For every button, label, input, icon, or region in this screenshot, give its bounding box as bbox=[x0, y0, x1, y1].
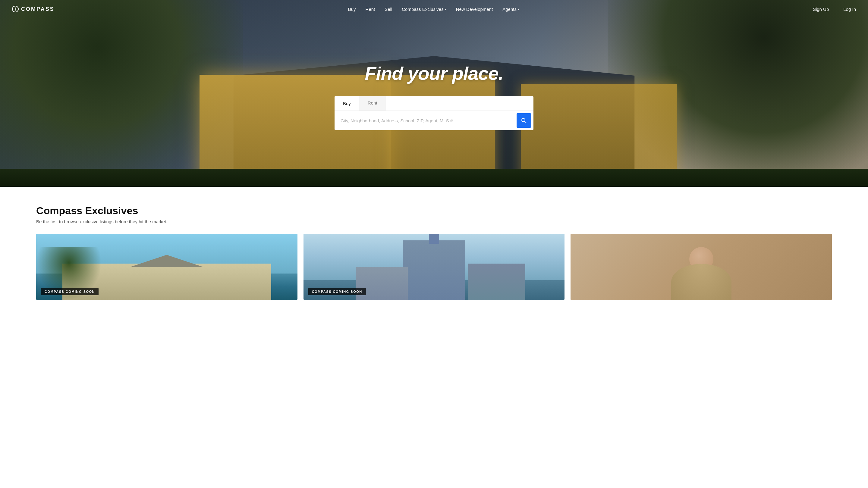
nav-agents[interactable]: Agents ▾ bbox=[502, 7, 519, 12]
logo-text: COMPASS bbox=[21, 6, 55, 12]
card-person-body bbox=[671, 264, 732, 300]
card-badge-2: COMPASS COMING SOON bbox=[308, 288, 366, 295]
listing-card[interactable]: COMPASS COMING SOON bbox=[304, 234, 565, 300]
search-input[interactable] bbox=[341, 118, 517, 123]
nav-links: Buy Rent Sell Compass Exclusives ▾ New D… bbox=[348, 7, 519, 12]
nav-sell[interactable]: Sell bbox=[384, 7, 392, 12]
signup-link[interactable]: Sign Up bbox=[813, 7, 829, 12]
svg-point-0 bbox=[15, 8, 16, 10]
card-building-3 bbox=[468, 264, 526, 300]
search-container: Buy Rent bbox=[335, 96, 533, 130]
search-button[interactable] bbox=[517, 113, 531, 128]
listing-cards-row: COMPASS COMING SOON COMPASS COMING SOON bbox=[36, 234, 832, 300]
search-tabs: Buy Rent bbox=[335, 96, 533, 111]
nav-exclusives[interactable]: Compass Exclusives ▾ bbox=[402, 7, 446, 12]
exclusives-title: Compass Exclusives bbox=[36, 205, 832, 217]
nav-buy[interactable]: Buy bbox=[348, 7, 356, 12]
card-tower-top bbox=[429, 234, 439, 244]
tab-rent[interactable]: Rent bbox=[359, 96, 386, 110]
search-icon bbox=[521, 118, 527, 124]
chevron-down-icon: ▾ bbox=[445, 7, 446, 11]
exclusives-section: Compass Exclusives Be the first to brows… bbox=[0, 187, 868, 312]
tab-buy[interactable]: Buy bbox=[335, 96, 359, 110]
navigation: COMPASS Buy Rent Sell Compass Exclusives… bbox=[0, 0, 868, 18]
login-link[interactable]: Log In bbox=[843, 7, 856, 12]
card-roof bbox=[130, 255, 203, 267]
listing-card[interactable] bbox=[570, 234, 832, 300]
exclusives-subtitle: Be the first to browse exclusive listing… bbox=[36, 219, 832, 224]
nav-auth: Sign Up Log In bbox=[813, 7, 856, 12]
card-badge-1: COMPASS COMING SOON bbox=[41, 288, 98, 295]
listing-card[interactable]: COMPASS COMING SOON bbox=[36, 234, 298, 300]
hero-section: Find your place. Buy Rent bbox=[0, 0, 868, 187]
nav-new-development[interactable]: New Development bbox=[456, 7, 493, 12]
logo[interactable]: COMPASS bbox=[12, 6, 55, 12]
logo-symbol bbox=[12, 6, 19, 12]
hero-content: Find your place. Buy Rent bbox=[0, 0, 868, 187]
chevron-down-icon: ▾ bbox=[518, 7, 519, 11]
card-tower bbox=[403, 240, 465, 300]
svg-line-6 bbox=[525, 121, 526, 123]
hero-title: Find your place. bbox=[365, 63, 503, 84]
nav-rent[interactable]: Rent bbox=[366, 7, 375, 12]
search-input-row bbox=[335, 111, 533, 130]
